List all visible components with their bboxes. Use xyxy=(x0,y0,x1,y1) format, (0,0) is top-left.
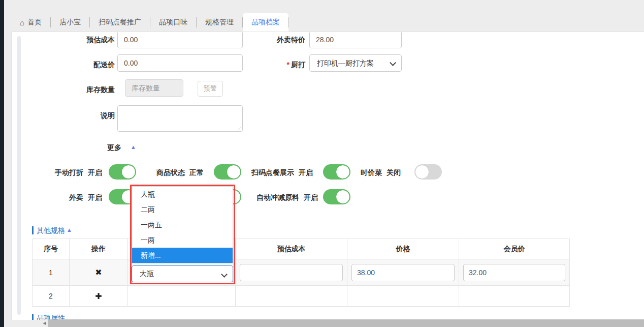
specs-table: 序号 操作 预估成本 价格 会员价 1 ✖ 2 ✚ xyxy=(32,239,570,307)
spec-price-input[interactable] xyxy=(351,264,455,281)
tab-item-archive[interactable]: 品项档案 xyxy=(243,13,288,32)
tab-label: 品项档案 xyxy=(251,18,280,27)
product-status-label: 商品状态正常 xyxy=(138,167,204,177)
dropdown-option[interactable]: 大瓶 xyxy=(132,187,233,202)
tab-spec-mgmt[interactable]: 规格管理 xyxy=(197,13,242,32)
auto-deduct-label: 自动冲减原料开启 xyxy=(234,192,318,202)
tab-divider xyxy=(288,17,289,27)
home-icon: ⌂ xyxy=(20,18,24,27)
stock-qty-input[interactable] xyxy=(125,79,183,97)
delete-icon[interactable]: ✖ xyxy=(95,268,102,277)
content-panel: 预估成本 外卖特价 配送价 *厨打 打印机—厨打方案 库存数量 预警 说明 更多… xyxy=(11,32,644,320)
horizontal-scrollbar: ◀ xyxy=(41,319,644,327)
market-price-switch[interactable] xyxy=(414,164,442,180)
row-index-cell: 2 xyxy=(33,286,70,307)
dropdown-option-add[interactable]: 新增... xyxy=(132,248,233,263)
scroll-left-arrow[interactable]: ◀ xyxy=(41,319,48,327)
takeout-label: 外卖开启 xyxy=(31,192,102,202)
header-member: 会员价 xyxy=(459,239,570,259)
chevron-down-icon xyxy=(390,60,396,66)
tab-label: 品项口味 xyxy=(159,18,187,27)
other-specs-title: 其他规格 xyxy=(32,226,65,234)
market-price-label: 时价菜关闭 xyxy=(336,167,401,177)
tab-scan-order-promo[interactable]: 扫码点餐推广 xyxy=(90,13,150,32)
tab-dianxiaobao[interactable]: 店小宝 xyxy=(51,13,89,32)
tab-item-flavor[interactable]: 品项口味 xyxy=(150,13,196,32)
kitchen-print-select[interactable]: 打印机—厨打方案 xyxy=(309,54,402,72)
collapse-arrow-icon[interactable]: ▲ xyxy=(67,227,72,233)
description-field xyxy=(117,105,243,132)
chevron-down-icon xyxy=(221,271,228,278)
scan-order-display-label: 扫码点餐展示开启 xyxy=(229,167,313,177)
manual-discount-switch[interactable] xyxy=(109,164,136,180)
estimated-cost-label: 预估成本 xyxy=(31,35,115,45)
row-index-cell: 1 xyxy=(33,259,70,286)
spec-member-price-input[interactable] xyxy=(463,264,565,281)
tab-label: 规格管理 xyxy=(205,18,234,27)
dropdown-option[interactable]: 二两 xyxy=(132,202,233,217)
manual-discount-label: 手动打折开启 xyxy=(31,167,102,177)
header-no: 序号 xyxy=(33,239,70,259)
delivery-price-input[interactable] xyxy=(117,54,243,72)
switch-knob xyxy=(336,190,350,204)
add-icon[interactable]: ✚ xyxy=(95,292,102,301)
header-price: 价格 xyxy=(347,239,459,259)
scrollbar-thumb[interactable] xyxy=(48,319,644,327)
kitchen-print-select-value: 打印机—厨打方案 xyxy=(317,59,374,67)
spec-select[interactable]: 大瓶 xyxy=(132,265,233,282)
dropdown-option[interactable]: 一两 xyxy=(132,232,233,248)
estimated-cost-input[interactable] xyxy=(117,32,243,48)
tab-label: 店小宝 xyxy=(59,18,81,27)
takeout-special-input[interactable] xyxy=(309,32,402,48)
collapse-arrow-icon[interactable]: ▲ xyxy=(131,144,136,150)
stock-qty-label: 库存数量 xyxy=(31,84,115,95)
description-textarea[interactable] xyxy=(117,105,243,132)
auto-deduct-switch[interactable] xyxy=(323,189,350,204)
takeout-special-label: 外卖特价 xyxy=(249,35,305,45)
delivery-price-label: 配送价 xyxy=(31,60,115,70)
app-window: ⌂ 首页 店小宝 扫码点餐推广 品项口味 规格管理 品项档案 预估成本 外卖特价 xyxy=(0,0,644,327)
table-row: 1 ✖ xyxy=(33,259,570,286)
spec-cost-input[interactable] xyxy=(240,264,343,281)
dropdown-option[interactable]: 一两五 xyxy=(132,217,233,232)
table-row: 2 ✚ xyxy=(33,286,570,307)
description-label: 说明 xyxy=(31,110,115,121)
tab-label: 扫码点餐推广 xyxy=(99,18,141,27)
tab-label: 首页 xyxy=(27,18,42,27)
spec-select-value: 大瓶 xyxy=(140,270,154,278)
tab-home[interactable]: ⌂ 首页 xyxy=(11,13,50,32)
sidebar-stripe xyxy=(0,0,4,327)
spec-dropdown-list: 大瓶 二两 一两五 一两 新增... xyxy=(132,186,233,263)
header-op: 操作 xyxy=(70,239,128,259)
vertical-scrollbar[interactable] xyxy=(17,36,21,315)
header-cost: 预估成本 xyxy=(236,239,347,259)
switch-knob xyxy=(121,165,136,179)
more-toggle[interactable]: 更多 xyxy=(101,143,121,153)
tab-bar: ⌂ 首页 店小宝 扫码点餐推广 品项口味 规格管理 品项档案 xyxy=(4,0,644,32)
warning-button[interactable]: 预警 xyxy=(198,81,223,97)
required-asterisk: * xyxy=(287,61,289,69)
table-header-row: 序号 操作 预估成本 价格 会员价 xyxy=(33,239,570,259)
switch-knob xyxy=(415,165,429,179)
kitchen-print-label: *厨打 xyxy=(249,60,305,70)
